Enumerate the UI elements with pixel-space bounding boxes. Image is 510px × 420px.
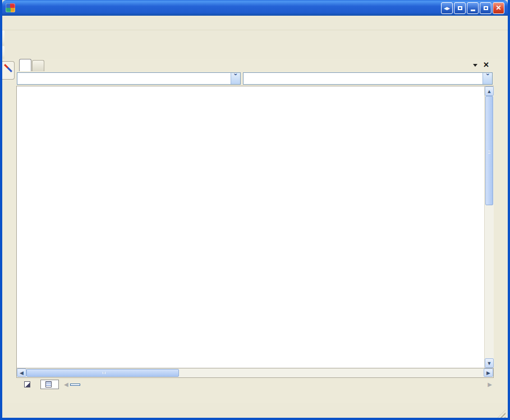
horizontal-scrollbar-thumb[interactable] (26, 369, 179, 377)
design-view-button[interactable] (20, 380, 37, 389)
tag-nav-right-icon[interactable]: ▶ (488, 381, 492, 387)
sidebar-tab-toolbox[interactable] (2, 61, 15, 80)
objects-dropdown[interactable] (17, 72, 241, 85)
title-bar[interactable]: ◂▸ ✕ (2, 0, 508, 16)
move-horizontal-button[interactable]: ◂▸ (441, 2, 453, 14)
scroll-right-icon[interactable]: ▶ (484, 368, 493, 377)
tab-editdelete-errorhandling[interactable] (19, 59, 31, 71)
chevron-down-icon[interactable] (231, 73, 240, 84)
code-area[interactable] (17, 86, 484, 368)
source-view-icon (45, 381, 52, 387)
vs-window: ◂▸ ✕ (0, 0, 510, 420)
left-tool-strip (2, 59, 16, 403)
minimize-button[interactable] (467, 2, 479, 14)
code-editor[interactable]: ▲ ▼ (16, 86, 494, 368)
tab-editdelete-validation[interactable] (32, 60, 44, 71)
vertical-scrollbar[interactable]: ▲ ▼ (484, 86, 494, 368)
code-navigation-bar (16, 71, 494, 86)
horizontal-scrollbar[interactable]: ◀ ▶ (16, 368, 494, 378)
scroll-left-icon[interactable]: ◀ (17, 368, 26, 377)
close-button[interactable]: ✕ (493, 2, 504, 14)
tag-nav-left-icon[interactable]: ◀ (64, 381, 68, 387)
tab-list-dropdown-icon[interactable] (473, 64, 477, 69)
design-view-icon (24, 381, 30, 387)
close-document-icon[interactable]: ✕ (483, 62, 489, 68)
scroll-down-icon[interactable]: ▼ (485, 358, 494, 368)
html-source-editing-toolbar (2, 46, 4, 59)
maximize-button[interactable] (480, 2, 491, 14)
tag-navigator-item[interactable] (70, 384, 80, 386)
source-view-button[interactable] (40, 380, 59, 389)
resize-grip[interactable] (498, 410, 506, 418)
toolbox-icon (4, 64, 12, 72)
chevron-down-icon[interactable] (483, 73, 492, 84)
visual-studio-icon (6, 3, 15, 12)
vertical-scrollbar-thumb[interactable] (485, 96, 493, 205)
events-dropdown[interactable] (243, 72, 493, 85)
status-bar (2, 403, 508, 418)
right-tool-strip (494, 59, 508, 403)
standard-toolbar (2, 30, 4, 46)
bottom-tool-tabs (16, 391, 494, 403)
menu-bar (2, 16, 508, 30)
scroll-up-icon[interactable]: ▲ (485, 86, 494, 96)
view-switch-bar: ◀ ▶ (16, 378, 494, 391)
undock-button[interactable] (454, 2, 466, 14)
tag-navigator: ◀ ▶ (62, 381, 494, 387)
document-tab-strip: ✕ (16, 59, 494, 71)
